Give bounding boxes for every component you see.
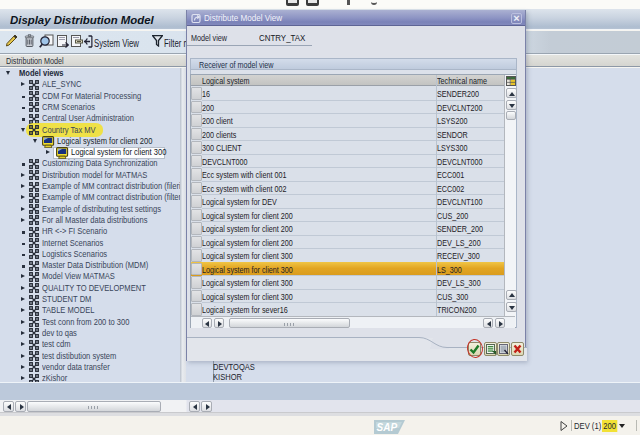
svg-text:SAP: SAP bbox=[377, 422, 398, 433]
